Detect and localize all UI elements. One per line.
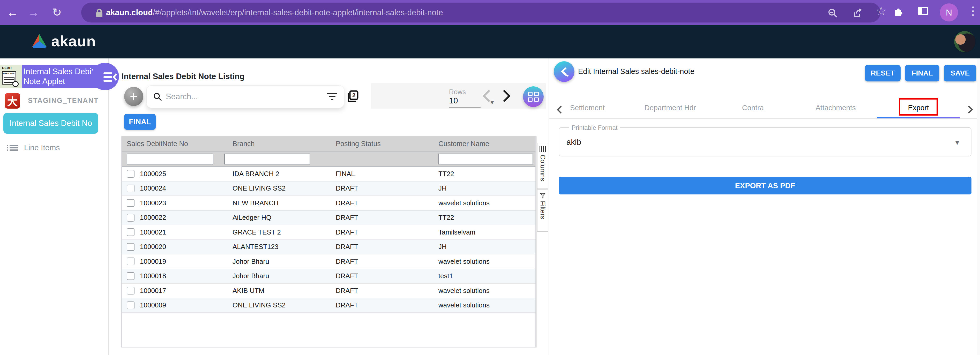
scrollbar-gutter[interactable] [977,59,980,355]
debit-note-table: Sales DebitNote No Branch Posting Status… [121,136,536,347]
zoom-out-icon[interactable] [827,8,838,18]
cell-posting-status: DRAFT [323,243,426,251]
cell-debitnote-no: 1000024 [140,185,224,193]
row-checkbox[interactable] [127,287,135,295]
cell-customer-name: wavelet solutions [426,258,535,266]
browser-profile-avatar[interactable]: N [940,3,958,21]
columns-icon [539,146,546,152]
final-button[interactable]: FINAL [905,65,939,81]
cell-debitnote-no: 1000018 [140,272,224,280]
row-checkbox[interactable] [127,228,135,236]
tab-department-hdr[interactable]: Department Hdr [629,103,711,112]
cell-branch: ONE LIVING SS2 [224,185,323,193]
share-icon[interactable] [853,8,863,18]
cell-debitnote-no: 1000009 [140,301,224,309]
add-record-button[interactable]: + [124,87,143,106]
tenant-icon: 大 [5,93,20,108]
cell-debitnote-no: 1000017 [140,287,224,295]
row-checkbox[interactable] [127,243,135,251]
table-row[interactable]: 1000018 Johor Bharu DRAFT test1 [122,269,535,284]
sidebar-item-internal-sales-debit-note[interactable]: Internal Sales Debit No [3,113,98,134]
cell-customer-name: TT22 [426,170,535,178]
table-row[interactable]: 1000025 IDA BRANCH 2 FINAL TT22 [122,167,535,181]
row-checkbox[interactable] [127,199,135,207]
cell-debitnote-no: 1000022 [140,213,224,221]
cell-branch: GRACE TEST 2 [224,228,323,236]
table-row[interactable]: 1000009 ONE LIVING SS2 DRAFT wavelet sol… [122,298,535,313]
reset-button[interactable]: RESET [865,65,900,81]
search-input[interactable] [166,92,327,101]
filter-input-customer-name[interactable] [438,154,533,164]
cell-debitnote-no: 1000025 [140,170,224,178]
cell-customer-name: JH [426,185,535,193]
row-checkbox[interactable] [127,301,135,309]
sidebar-item-line-items[interactable]: Line Items [10,143,60,152]
filter-input-debitnote-no[interactable] [127,154,213,164]
printable-format-field[interactable]: Printable Format akib ▼ [559,127,972,156]
col-header-branch[interactable]: Branch [224,140,323,148]
row-checkbox[interactable] [127,185,135,193]
search-box[interactable] [146,85,344,108]
row-checkbox[interactable] [127,214,135,221]
tab-settlement[interactable]: Settlement [546,103,629,112]
side-panel-icon[interactable] [918,7,928,15]
cell-customer-name: wavelet solutions [426,199,535,207]
cell-branch: IDA BRANCH 2 [224,170,323,178]
bookmark-star-icon[interactable]: ☆ [876,4,886,18]
filter-input-branch[interactable] [224,154,310,164]
columns-side-tab[interactable]: Columns [537,143,548,189]
table-row[interactable]: 1000021 GRACE TEST 2 DRAFT Tamilselvam [122,225,535,240]
side-tabs-strip: Columns Filters [536,136,548,347]
tab-attachments[interactable]: Attachments [794,103,877,112]
table-row[interactable]: 1000024 ONE LIVING SS2 DRAFT JH [122,181,535,196]
export-as-pdf-button[interactable]: EXPORT AS PDF [559,177,972,194]
cell-debitnote-no: 1000021 [140,228,224,236]
listing-panel: Internal Sales Debit Note Listing + 2 Ro… [109,59,548,355]
search-filter-icon[interactable] [327,91,337,102]
dropdown-caret-icon[interactable]: ▼ [954,138,961,146]
grid-view-button[interactable] [523,86,544,107]
printable-format-label: Printable Format [569,124,620,131]
final-filter-button[interactable]: FINAL [124,114,156,130]
cell-posting-status: DRAFT [323,199,426,207]
tenant-name: STAGING_TENANT [28,97,99,105]
col-header-posting-status[interactable]: Posting Status [323,140,426,148]
collapse-menu-icon[interactable] [103,72,117,82]
save-button[interactable]: SAVE [944,65,976,81]
filters-side-tab[interactable]: Filters [537,189,548,232]
table-row[interactable]: 1000023 NEW BRANCH DRAFT wavelet solutio… [122,196,535,211]
cell-branch: ONE LIVING SS2 [224,301,323,309]
browser-forward-icon[interactable]: → [26,5,41,20]
row-checkbox[interactable] [127,170,135,178]
user-avatar-photo[interactable] [954,31,975,53]
printable-format-value: akib [566,138,581,147]
tabs-scroll-right-icon[interactable] [965,105,973,113]
cell-posting-status: DRAFT [323,272,426,280]
table-filter-row [122,151,535,167]
row-checkbox[interactable] [127,272,135,280]
cell-posting-status: DRAFT [323,287,426,295]
row-checkbox[interactable] [127,258,135,265]
extensions-icon[interactable] [893,6,903,16]
table-row[interactable]: 1000020 ALANTEST123 DRAFT JH [122,240,535,255]
url-bar[interactable]: akaun.cloud/#/applets/tnt/wavelet/erp/in… [81,3,880,22]
duplicate-page-icon[interactable]: 2 [346,90,359,103]
table-row[interactable]: 1000017 AKIB UTM DRAFT wavelet solutions [122,283,535,298]
cell-branch: ALANTEST123 [224,243,323,251]
back-button[interactable] [554,61,574,82]
rows-per-page-select[interactable]: 10 [449,96,480,108]
tab-contra[interactable]: Contra [711,103,794,112]
app-header: akaun [0,25,980,59]
cell-branch: NEW BRANCH [224,199,323,207]
applet-name: Internal Sales Debit Note Applet [24,67,101,86]
browser-menu-icon[interactable]: ⋮ [967,4,979,18]
browser-back-icon[interactable]: ← [5,5,20,20]
col-header-customer-name[interactable]: Customer Name [426,140,535,148]
cell-customer-name: Tamilselvam [426,228,535,236]
tab-bar: Settlement Department Hdr Contra Attachm… [549,98,977,119]
table-row[interactable]: 1000019 Johor Bharu DRAFT wavelet soluti… [122,255,535,269]
browser-reload-icon[interactable]: ↻ [49,5,65,20]
applet-banner[interactable]: Internal Sales Debit Note Applet [22,65,101,88]
col-header-sales-debitnote-no[interactable]: Sales DebitNote No [122,140,224,148]
table-row[interactable]: 1000022 AiLedger HQ DRAFT TT22 [122,211,535,226]
